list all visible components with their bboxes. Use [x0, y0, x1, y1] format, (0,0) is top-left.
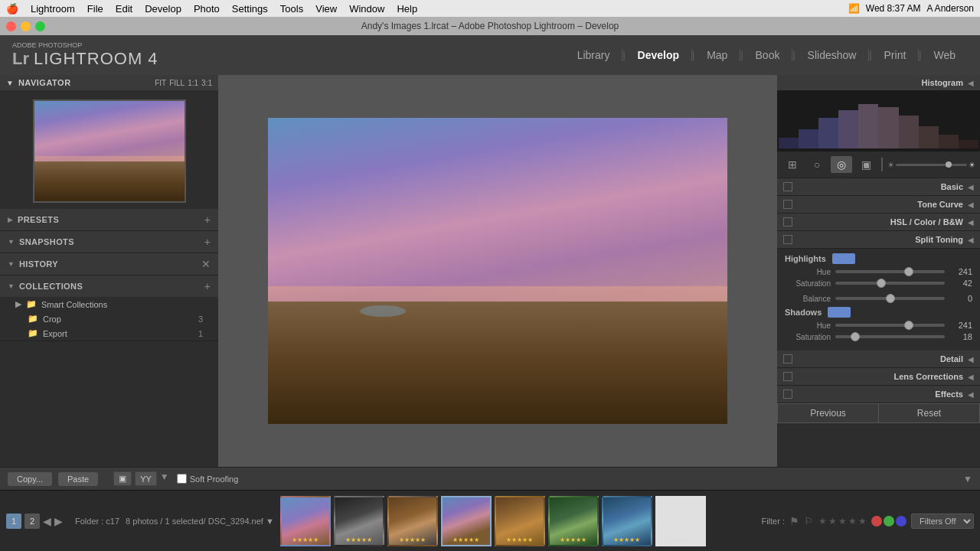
shadows-hue-track[interactable] [835, 324, 945, 327]
settings-menu[interactable]: Settings [232, 3, 268, 15]
nav-fill[interactable]: FILL [169, 79, 185, 87]
history-close[interactable]: ✕ [201, 258, 211, 270]
reset-button[interactable]: Reset [879, 403, 980, 423]
tab-book[interactable]: Book [743, 49, 793, 61]
nav-ratio2[interactable]: 3:1 [201, 79, 212, 87]
star-2[interactable]: ★ [828, 516, 837, 527]
lens-corrections-toggle-sq[interactable] [783, 372, 792, 381]
lens-corrections-arrow[interactable]: ◀ [968, 373, 974, 381]
shadows-hue-thumb[interactable] [904, 321, 913, 330]
shadows-color-swatch[interactable] [828, 307, 851, 318]
star-3[interactable]: ★ [838, 516, 847, 527]
hsl-toggle-sq[interactable] [783, 217, 792, 227]
tab-print[interactable]: Print [872, 49, 920, 61]
flag-filter[interactable]: ⚑ [789, 515, 799, 527]
help-menu[interactable]: Help [397, 3, 417, 15]
tab-develop[interactable]: Develop [626, 49, 692, 61]
star-5[interactable]: ★ [858, 516, 867, 527]
balance-track[interactable] [835, 297, 945, 300]
nav-ratio1[interactable]: 1:1 [188, 79, 198, 87]
copy-button[interactable]: Copy... [8, 472, 52, 486]
file-menu[interactable]: File [87, 3, 103, 15]
thumbnail-5[interactable]: ★★★★★ [495, 496, 545, 546]
detail-arrow[interactable]: ◀ [968, 355, 974, 364]
history-header[interactable]: ▼ History ✕ [0, 253, 218, 275]
view-options-arrow[interactable]: ▼ [160, 471, 169, 486]
lens-corrections-section-header[interactable]: Lens Corrections ◀ [777, 368, 980, 386]
window-menu[interactable]: Window [349, 3, 384, 15]
collections-toggle[interactable]: ▼ [8, 282, 15, 290]
tab-library[interactable]: Library [565, 49, 623, 61]
highlights-sat-track[interactable] [835, 282, 945, 285]
apple-menu[interactable]: 🍎 [6, 3, 18, 15]
histogram-arrow[interactable]: ◀ [968, 79, 974, 87]
shadows-sat-track[interactable] [835, 335, 945, 338]
detail-toggle-sq[interactable] [783, 354, 792, 364]
presets-toggle[interactable]: ▶ [8, 216, 13, 223]
rejected-filter[interactable]: ⚐ [804, 515, 814, 527]
exposure-track[interactable] [896, 164, 967, 166]
detail-section-header[interactable]: Detail ◀ [777, 350, 980, 368]
next-photo-button[interactable]: ▶ [54, 515, 63, 527]
histogram-header[interactable]: Histogram ◀ [777, 75, 980, 90]
page-2-button[interactable]: 2 [24, 514, 40, 529]
effects-section-header[interactable]: Effects ◀ [777, 386, 980, 403]
hsl-section-header[interactable]: HSL / Color / B&W ◀ [777, 214, 980, 231]
snapshots-header[interactable]: ▼ Snapshots + [0, 231, 218, 253]
app-menu[interactable]: Lightroom [31, 3, 75, 15]
thumbnail-8[interactable]: ★★★★★ [655, 496, 706, 546]
balance-thumb[interactable] [886, 294, 895, 303]
exposure-thumb[interactable] [946, 161, 952, 168]
basic-section-header[interactable]: Basic ◀ [777, 178, 980, 196]
basic-toggle-sq[interactable] [783, 182, 792, 191]
nav-fit[interactable]: FIT [155, 79, 166, 87]
basic-arrow[interactable]: ◀ [968, 183, 974, 191]
smart-collections-item[interactable]: ▶ 📁 Smart Collections [0, 297, 218, 311]
grid-tool[interactable]: ⊞ [782, 156, 803, 173]
develop-menu[interactable]: Develop [145, 3, 181, 15]
tools-menu[interactable]: Tools [280, 3, 303, 15]
paste-button[interactable]: Paste [58, 472, 98, 486]
toolbar-options-arrow[interactable]: ▼ [963, 474, 972, 484]
collections-header[interactable]: ▼ Collections + [0, 276, 218, 297]
export-collection[interactable]: 📁 Export 1 [12, 326, 218, 341]
highlights-color-swatch[interactable] [832, 253, 855, 264]
tone-curve-toggle-sq[interactable] [783, 200, 792, 209]
presets-add[interactable]: + [204, 214, 211, 226]
green-filter[interactable] [884, 516, 894, 527]
tab-slideshow[interactable]: Slideshow [795, 49, 870, 61]
star-1[interactable]: ★ [818, 516, 827, 527]
crop-collection[interactable]: 📁 Crop 3 [12, 311, 218, 326]
view-menu[interactable]: View [315, 3, 337, 15]
effects-arrow[interactable]: ◀ [968, 390, 974, 399]
previous-button[interactable]: Previous [777, 403, 879, 423]
tab-map[interactable]: Map [694, 49, 740, 61]
highlights-hue-track[interactable] [835, 270, 945, 273]
snapshots-add[interactable]: + [204, 236, 211, 248]
target-tool[interactable]: ◎ [831, 156, 852, 173]
navigator-toggle[interactable]: ▼ [6, 79, 14, 87]
thumbnail-3[interactable]: ★★★★★ [387, 496, 438, 546]
prev-photo-button[interactable]: ◀ [43, 515, 51, 527]
thumbnail-4[interactable]: ★★★★★ [441, 496, 492, 546]
square-tool[interactable]: ▣ [855, 156, 877, 173]
red-filter[interactable] [871, 516, 882, 527]
compare-view-button[interactable]: YY [135, 471, 157, 486]
thumbnail-7[interactable]: ★★★★★ [602, 496, 652, 546]
navigator-header[interactable]: ▼ Navigator FIT FILL 1:1 3:1 [0, 75, 218, 90]
close-button[interactable] [6, 21, 16, 31]
filters-dropdown[interactable]: Filters Off [911, 514, 974, 529]
star-4[interactable]: ★ [848, 516, 857, 527]
single-view-button[interactable]: ▣ [113, 471, 132, 486]
tone-curve-section-header[interactable]: Tone Curve ◀ [777, 196, 980, 214]
highlights-hue-thumb[interactable] [904, 267, 913, 276]
maximize-button[interactable] [35, 21, 45, 31]
page-1-button[interactable]: 1 [6, 514, 21, 529]
blue-filter[interactable] [896, 516, 906, 527]
split-toning-toggle-sq[interactable] [783, 235, 792, 244]
presets-header[interactable]: ▶ Presets + [0, 209, 218, 230]
circle-tool[interactable]: ○ [806, 156, 828, 173]
minimize-button[interactable] [21, 21, 31, 31]
tone-curve-arrow[interactable]: ◀ [968, 201, 974, 209]
split-toning-section-header[interactable]: Split Toning ◀ [777, 231, 980, 249]
